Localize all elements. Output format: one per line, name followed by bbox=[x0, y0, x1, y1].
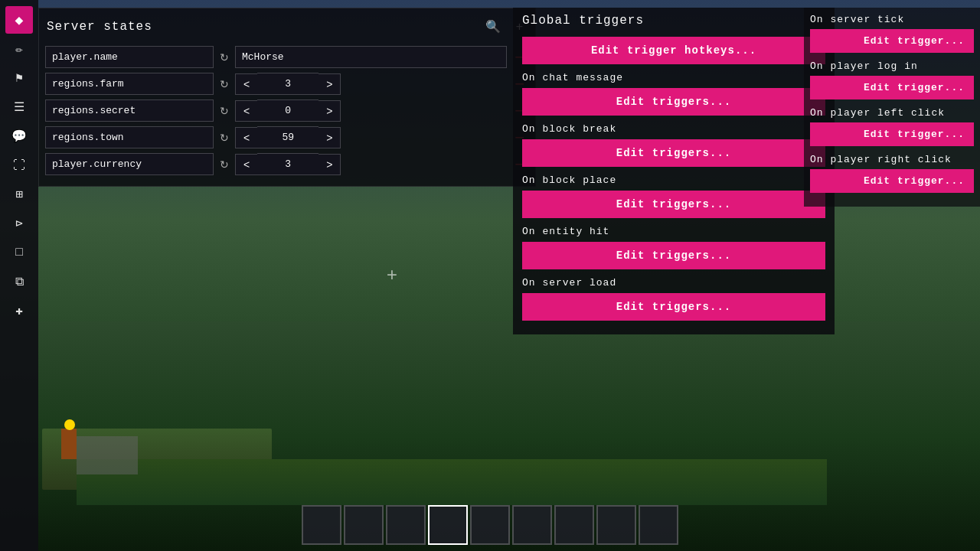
sidebar-icon-bookmark[interactable]: ⊳ bbox=[5, 210, 33, 237]
figure-body bbox=[61, 429, 77, 459]
trigger-section-block-break: On block break Edit triggers... bbox=[522, 123, 825, 167]
sidebar-icon-layers[interactable]: ⧉ bbox=[5, 268, 33, 295]
right-trigger-label-player-right-click: On player right click bbox=[810, 154, 974, 165]
foreground-terrain bbox=[77, 459, 827, 505]
decrement-btn-2[interactable]: < bbox=[235, 100, 257, 122]
edit-trigger-player-login-button[interactable]: Edit trigger... bbox=[810, 76, 974, 99]
sidebar-icon-chat[interactable]: 💬 bbox=[5, 122, 33, 150]
sidebar-icon-grid[interactable]: ⊞ bbox=[5, 181, 33, 208]
state-name-field-1[interactable] bbox=[45, 73, 214, 95]
increment-btn-2[interactable]: > bbox=[318, 100, 341, 122]
trigger-label-server-load: On server load bbox=[522, 277, 825, 289]
server-states-panel: Server states 🔍 + ↻ − ↻ < 3 > − ↻ < 0 > … bbox=[38, 8, 536, 187]
trigger-section-chat-message: On chat message Edit triggers... bbox=[522, 72, 825, 116]
right-trigger-section-server-tick: On server tick Edit trigger... bbox=[810, 14, 974, 53]
increment-btn-1[interactable]: > bbox=[318, 73, 341, 95]
hotbar-slot-0[interactable] bbox=[302, 505, 341, 545]
trigger-section-entity-hit: On entity hit Edit triggers... bbox=[522, 226, 825, 269]
state-name-field-4[interactable] bbox=[45, 153, 214, 175]
panel-title: Server states bbox=[47, 20, 152, 34]
refresh-btn-1[interactable]: ↻ bbox=[217, 75, 232, 93]
sidebar-icon-expand[interactable]: ⛶ bbox=[5, 152, 33, 179]
state-row: ↻ < 3 > − bbox=[45, 73, 529, 95]
decrement-btn-4[interactable]: < bbox=[235, 154, 257, 175]
edit-trigger-hotkeys-button[interactable]: Edit trigger hotkeys... bbox=[522, 37, 825, 64]
state-row: ↻ < 59 > − bbox=[45, 126, 529, 148]
right-trigger-section-player-right-click: On player right click Edit trigger... bbox=[810, 154, 974, 193]
trigger-label-block-place: On block place bbox=[522, 174, 825, 186]
trigger-label-block-break: On block break bbox=[522, 123, 825, 135]
hotbar-slot-4[interactable] bbox=[470, 505, 510, 545]
refresh-btn-2[interactable]: ↻ bbox=[217, 102, 232, 120]
state-row: ↻ < 0 > − bbox=[45, 99, 529, 122]
sidebar-icon-square[interactable]: □ bbox=[5, 239, 33, 266]
state-name-field-2[interactable] bbox=[45, 99, 214, 122]
global-triggers-panel: Global triggers Edit trigger hotkeys... … bbox=[513, 8, 835, 334]
decrement-btn-3[interactable]: < bbox=[235, 127, 257, 148]
hotbar-slot-6[interactable] bbox=[554, 505, 594, 545]
trigger-section-block-place: On block place Edit triggers... bbox=[522, 174, 825, 218]
trigger-section-server-load: On server load Edit triggers... bbox=[522, 277, 825, 321]
value-control-2: < 0 > bbox=[235, 99, 507, 122]
edit-triggers-chat-message-button[interactable]: Edit triggers... bbox=[522, 88, 825, 116]
global-triggers-title: Global triggers bbox=[522, 14, 825, 28]
decrement-btn-1[interactable]: < bbox=[235, 73, 257, 95]
figure-head bbox=[64, 419, 75, 430]
refresh-btn-0[interactable]: ↻ bbox=[217, 48, 232, 67]
panel-header: Server states 🔍 + bbox=[45, 15, 529, 38]
sidebar-icon-gem[interactable]: ◆ bbox=[5, 6, 33, 34]
state-name-field-3[interactable] bbox=[45, 126, 214, 148]
hotbar-slot-5[interactable] bbox=[512, 505, 552, 545]
edit-triggers-server-load-button[interactable]: Edit triggers... bbox=[522, 293, 825, 321]
state-row: ↻ − bbox=[45, 46, 529, 68]
right-trigger-section-player-left-click: On player left click Edit trigger... bbox=[810, 107, 974, 146]
value-control-4: < 3 > bbox=[235, 153, 507, 175]
search-button[interactable]: 🔍 bbox=[481, 18, 505, 35]
sidebar-icon-pencil[interactable]: ✏ bbox=[5, 35, 33, 63]
value-display-2: 0 bbox=[257, 99, 318, 122]
right-trigger-section-player-login: On player log in Edit trigger... bbox=[810, 60, 974, 99]
refresh-btn-3[interactable]: ↻ bbox=[217, 129, 232, 147]
hud-crosshair: + bbox=[387, 266, 397, 286]
state-name-field-0[interactable] bbox=[45, 46, 214, 68]
hotbar-slot-1[interactable] bbox=[344, 505, 384, 545]
structure bbox=[77, 436, 138, 474]
refresh-btn-4[interactable]: ↻ bbox=[217, 155, 232, 174]
edit-trigger-server-tick-button[interactable]: Edit trigger... bbox=[810, 29, 974, 53]
edit-triggers-block-place-button[interactable]: Edit triggers... bbox=[522, 191, 825, 218]
edit-triggers-block-break-button[interactable]: Edit triggers... bbox=[522, 139, 825, 167]
increment-btn-4[interactable]: > bbox=[318, 154, 341, 175]
value-display-4: 3 bbox=[257, 153, 318, 175]
edit-triggers-entity-hit-button[interactable]: Edit triggers... bbox=[522, 242, 825, 269]
hotbar-slot-2[interactable] bbox=[386, 505, 426, 545]
edit-trigger-player-right-click-button[interactable]: Edit trigger... bbox=[810, 169, 974, 193]
sidebar-icon-pin[interactable]: ⚑ bbox=[5, 64, 33, 92]
right-triggers-panel: On server tick Edit trigger... On player… bbox=[804, 8, 980, 207]
state-row: ↻ < 3 > − bbox=[45, 153, 529, 175]
hotbar-slot-7[interactable] bbox=[596, 505, 636, 545]
sidebar-icon-book[interactable]: ☰ bbox=[5, 93, 33, 121]
value-control-3: < 59 > bbox=[235, 126, 507, 148]
right-trigger-label-player-login: On player log in bbox=[810, 60, 974, 72]
hotbar bbox=[302, 505, 678, 545]
hotbar-slot-3[interactable] bbox=[428, 505, 468, 545]
hotbar-slot-8[interactable] bbox=[639, 505, 678, 545]
value-control-1: < 3 > bbox=[235, 73, 507, 95]
sidebar-icon-plus[interactable]: ✚ bbox=[5, 297, 33, 324]
edit-trigger-player-left-click-button[interactable]: Edit trigger... bbox=[810, 122, 974, 146]
value-display-1: 3 bbox=[257, 73, 318, 95]
trigger-label-chat-message: On chat message bbox=[522, 72, 825, 83]
trigger-hotkeys-section: Edit trigger hotkeys... bbox=[522, 37, 825, 64]
increment-btn-3[interactable]: > bbox=[318, 127, 341, 148]
right-trigger-label-player-left-click: On player left click bbox=[810, 107, 974, 119]
state-text-value-0[interactable] bbox=[235, 46, 507, 68]
right-trigger-label-server-tick: On server tick bbox=[810, 14, 974, 25]
value-display-3: 59 bbox=[257, 126, 318, 148]
sidebar: ◆ ✏ ⚑ ☰ 💬 ⛶ ⊞ ⊳ □ ⧉ ✚ bbox=[0, 0, 38, 551]
trigger-label-entity-hit: On entity hit bbox=[522, 226, 825, 237]
